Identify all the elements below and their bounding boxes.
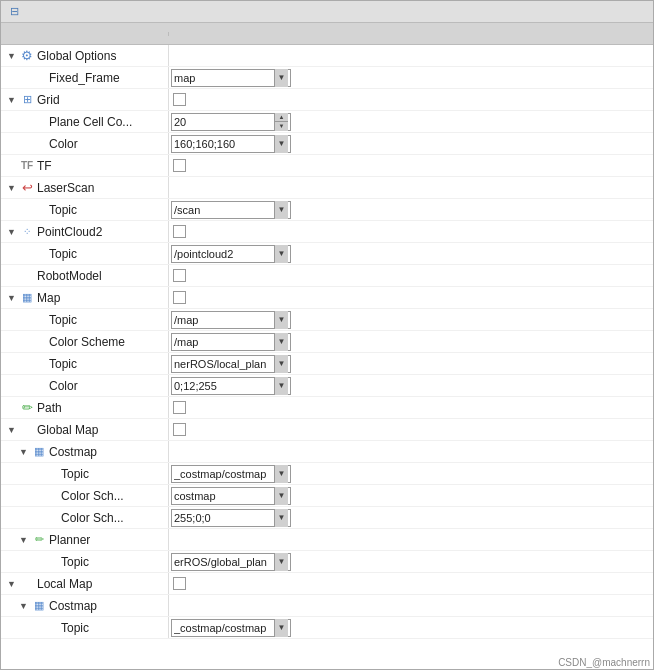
value-cell-map-topic2: nerROS/local_plan▼	[169, 353, 653, 374]
value-cell-map-colorscheme: /map▼	[169, 331, 653, 352]
row-label-laserscan: LaserScan	[37, 181, 94, 195]
key-cell-planner-topic: Topic	[1, 551, 169, 572]
dropdown-arrow-map-topic2[interactable]: ▼	[274, 355, 288, 373]
value-cell-costmap2	[169, 595, 653, 616]
row-label-costmap1-colorsch2: Color Sch...	[61, 511, 124, 525]
value-cell-costmap1	[169, 441, 653, 462]
gear-icon: ⚙	[19, 48, 35, 64]
expand-arrow-laserscan[interactable]: ▼	[7, 183, 17, 193]
row-label-costmap1: Costmap	[49, 445, 97, 459]
spinbox-arrows-plane-cell: ▲▼	[274, 113, 288, 131]
tree-row: ✏Path	[1, 397, 653, 419]
key-cell-costmap1-colorsch2: Color Sch...	[1, 507, 169, 528]
dropdown-map-topic2[interactable]: nerROS/local_plan▼	[171, 355, 291, 373]
dropdown-planner-topic[interactable]: erROS/global_plan▼	[171, 553, 291, 571]
dropdown-arrow-laserscan-topic[interactable]: ▼	[274, 201, 288, 219]
row-label-pointcloud2-topic: Topic	[49, 247, 77, 261]
expand-arrow-pointcloud2[interactable]: ▼	[7, 227, 17, 237]
dropdown-text-map-topic2: nerROS/local_plan	[174, 358, 274, 370]
expand-arrow-costmap2[interactable]: ▼	[19, 601, 29, 611]
dropdown-costmap1-colorsch2[interactable]: 255;0;0▼	[171, 509, 291, 527]
dropdown-arrow-map-topic[interactable]: ▼	[274, 311, 288, 329]
dropdown-arrow-costmap1-colorsch[interactable]: ▼	[274, 487, 288, 505]
dropdown-arrow-costmap1-colorsch2[interactable]: ▼	[274, 509, 288, 527]
row-label-color-grid: Color	[49, 137, 78, 151]
tree-row: ▼⚙Global Options	[1, 45, 653, 67]
dropdown-arrow-costmap1-topic[interactable]: ▼	[274, 465, 288, 483]
value-cell-map-color: 0;12;255▼	[169, 375, 653, 396]
table-header	[1, 23, 653, 45]
value-cell-path	[169, 397, 653, 418]
value-cell-map-topic: /map▼	[169, 309, 653, 330]
dropdown-arrow-pointcloud2-topic[interactable]: ▼	[274, 245, 288, 263]
value-cell-global-map	[169, 419, 653, 440]
dropdown-arrow-planner-topic[interactable]: ▼	[274, 553, 288, 571]
dropdown-color-grid[interactable]: 160;160;160▼	[171, 135, 291, 153]
tree-area[interactable]: ▼⚙Global OptionsFixed_Framemap▼▼⊞GridPla…	[1, 45, 653, 669]
row-label-path: Path	[37, 401, 62, 415]
dropdown-text-color-grid: 160;160;160	[174, 138, 274, 150]
key-cell-map-colorscheme: Color Scheme	[1, 331, 169, 352]
expand-arrow-costmap1[interactable]: ▼	[19, 447, 29, 457]
dropdown-text-costmap1-topic: _costmap/costmap	[174, 468, 274, 480]
dropdown-costmap2-topic[interactable]: _costmap/costmap▼	[171, 619, 291, 637]
key-cell-color-grid: Color	[1, 133, 169, 154]
tf-icon: TF	[19, 158, 35, 174]
map-icon: ▦	[19, 290, 35, 306]
dropdown-arrow-fixed-frame[interactable]: ▼	[274, 69, 288, 87]
tree-row: Topic/scan▼	[1, 199, 653, 221]
dropdown-map-color[interactable]: 0;12;255▼	[171, 377, 291, 395]
spinbox-down-plane-cell[interactable]: ▼	[275, 122, 288, 131]
value-cell-laserscan-topic: /scan▼	[169, 199, 653, 220]
expand-arrow-planner[interactable]: ▼	[19, 535, 29, 545]
dropdown-arrow-color-grid[interactable]: ▼	[274, 135, 288, 153]
dropdown-costmap1-topic[interactable]: _costmap/costmap▼	[171, 465, 291, 483]
checkbox-pointcloud2[interactable]	[173, 225, 186, 238]
display-panel: ⊟ ▼⚙Global OptionsFixed_Framemap▼▼⊞GridP…	[0, 0, 654, 670]
key-cell-planner: ▼✏Planner	[1, 529, 169, 550]
value-cell-fixed-frame: map▼	[169, 67, 653, 88]
dropdown-pointcloud2-topic[interactable]: /pointcloud2▼	[171, 245, 291, 263]
dropdown-arrow-costmap2-topic[interactable]: ▼	[274, 619, 288, 637]
row-label-laserscan-topic: Topic	[49, 203, 77, 217]
dropdown-text-map-topic: /map	[174, 314, 274, 326]
checkbox-local-map[interactable]	[173, 577, 186, 590]
tree-row: RobotModel	[1, 265, 653, 287]
costmap-icon: ▦	[31, 444, 47, 460]
value-cell-local-map	[169, 573, 653, 594]
expand-arrow-global-options[interactable]: ▼	[7, 51, 17, 61]
tree-row: ▼✏Planner	[1, 529, 653, 551]
value-cell-color-grid: 160;160;160▼	[169, 133, 653, 154]
dropdown-map-topic[interactable]: /map▼	[171, 311, 291, 329]
key-cell-map-topic2: Topic	[1, 353, 169, 374]
window-icon: ⊟	[7, 5, 21, 19]
dropdown-laserscan-topic[interactable]: /scan▼	[171, 201, 291, 219]
expand-arrow-local-map[interactable]: ▼	[7, 579, 17, 589]
tree-row: ▼Local Map	[1, 573, 653, 595]
dropdown-costmap1-colorsch[interactable]: costmap▼	[171, 487, 291, 505]
checkbox-global-map[interactable]	[173, 423, 186, 436]
header-key	[1, 32, 169, 36]
checkbox-tf[interactable]	[173, 159, 186, 172]
tree-row: Topic/pointcloud2▼	[1, 243, 653, 265]
tree-row: ▼⁘PointCloud2	[1, 221, 653, 243]
tree-row: TopicerROS/global_plan▼	[1, 551, 653, 573]
expand-arrow-grid-parent[interactable]: ▼	[7, 95, 17, 105]
expand-arrow-map-parent[interactable]: ▼	[7, 293, 17, 303]
expand-arrow-global-map[interactable]: ▼	[7, 425, 17, 435]
checkbox-map-parent[interactable]	[173, 291, 186, 304]
spinbox-plane-cell[interactable]: 20▲▼	[171, 113, 291, 131]
dropdown-map-colorscheme[interactable]: /map▼	[171, 333, 291, 351]
dropdown-text-map-colorscheme: /map	[174, 336, 274, 348]
value-cell-robotmodel	[169, 265, 653, 286]
checkbox-grid-parent[interactable]	[173, 93, 186, 106]
key-cell-tf: TFTF	[1, 155, 169, 176]
dropdown-fixed-frame[interactable]: map▼	[171, 69, 291, 87]
key-cell-path: ✏Path	[1, 397, 169, 418]
dropdown-arrow-map-color[interactable]: ▼	[274, 377, 288, 395]
checkbox-robotmodel[interactable]	[173, 269, 186, 282]
key-cell-fixed-frame: Fixed_Frame	[1, 67, 169, 88]
checkbox-path[interactable]	[173, 401, 186, 414]
spinbox-up-plane-cell[interactable]: ▲	[275, 113, 288, 123]
dropdown-arrow-map-colorscheme[interactable]: ▼	[274, 333, 288, 351]
